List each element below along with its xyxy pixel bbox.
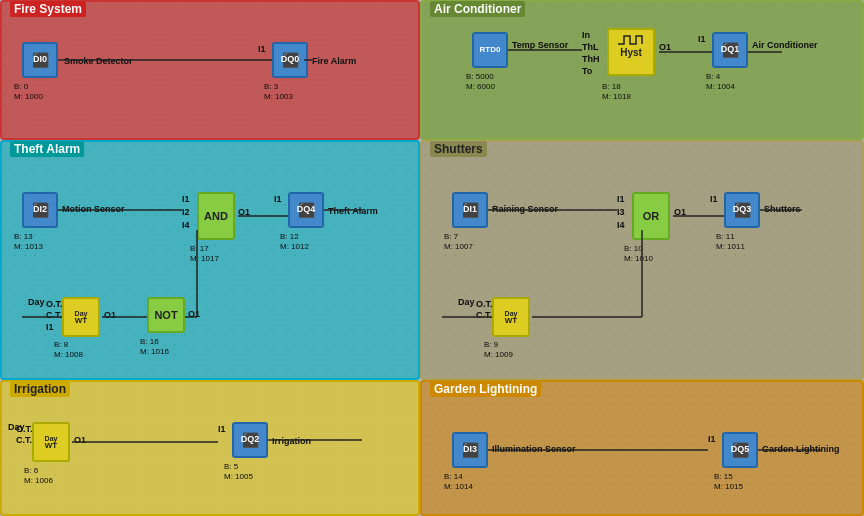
wt2-ct: C.T. bbox=[476, 310, 492, 320]
or-o1: O1 bbox=[674, 207, 686, 217]
hyst-icon bbox=[616, 32, 646, 48]
di3-block[interactable]: ⬛ DI3 bbox=[452, 432, 488, 468]
wt3-o1: O1 bbox=[74, 435, 86, 445]
di0-label: DI0 bbox=[33, 55, 47, 65]
air-conditioner-label: Air Conditioner bbox=[752, 40, 818, 50]
di0-info: B: 0M: 1000 bbox=[14, 82, 43, 103]
hyst-o1-label: O1 bbox=[659, 42, 671, 52]
fire-alarm-label: Fire Alarm bbox=[312, 56, 356, 66]
di1-label: DI1 bbox=[463, 205, 477, 215]
hyst-label: Hyst bbox=[620, 47, 642, 58]
hyst-block[interactable]: Hyst bbox=[607, 28, 655, 76]
wt1-o1: O1 bbox=[104, 310, 116, 320]
wt1-day: Day bbox=[28, 297, 45, 307]
and-block[interactable]: AND bbox=[197, 192, 235, 240]
and-o1: O1 bbox=[238, 207, 250, 217]
theft-title: Theft Alarm bbox=[10, 141, 84, 157]
or-i1: I1 bbox=[617, 194, 625, 204]
wt2-label: Day WT bbox=[505, 310, 518, 325]
dq4-i1: I1 bbox=[274, 194, 282, 204]
shutters-panel: Shutters ⬛ DI1 B: 7M: 1007 Raining Senso… bbox=[420, 140, 864, 380]
irrigation-panel: Irrigation Day WT B: 6M: 1006 O.T. C.T. … bbox=[0, 380, 420, 516]
and-label: AND bbox=[204, 210, 228, 222]
dq2-i1: I1 bbox=[218, 424, 226, 434]
not-block[interactable]: NOT bbox=[147, 297, 185, 333]
or-block[interactable]: OR bbox=[632, 192, 670, 240]
smoke-detector-label: Smoke Detector bbox=[64, 56, 133, 66]
dq1-block[interactable]: ⬛ DQ1 bbox=[712, 32, 748, 68]
or-i4: I4 bbox=[617, 220, 625, 230]
temp-sensor-label: Temp Sensor bbox=[512, 40, 568, 50]
di1-block[interactable]: ⬛ DI1 bbox=[452, 192, 488, 228]
dq0-block[interactable]: ⬛ DQ0 bbox=[272, 42, 308, 78]
not-o1: O1 bbox=[188, 309, 200, 319]
shutters-label: Shutters bbox=[764, 204, 801, 214]
wt2-block[interactable]: Day WT bbox=[492, 297, 530, 337]
dq4-info: B: 12M: 1012 bbox=[280, 232, 309, 253]
wt2-info: B: 9M: 1009 bbox=[484, 340, 513, 361]
hyst-to-label: To bbox=[582, 66, 592, 76]
dq2-block[interactable]: ⬛ DQ2 bbox=[232, 422, 268, 458]
dq1-i1-label: I1 bbox=[698, 34, 706, 44]
wt1-i1: I1 bbox=[46, 322, 54, 332]
shutters-title: Shutters bbox=[430, 141, 487, 157]
di2-info: B: 13M: 1013 bbox=[14, 232, 43, 253]
garden-lightining-label: Garden Lightining bbox=[762, 444, 840, 454]
dq2-label: DQ2 bbox=[241, 435, 260, 445]
dq4-label: DQ4 bbox=[297, 205, 316, 215]
dq1-label: DQ1 bbox=[721, 45, 740, 55]
dq5-i1: I1 bbox=[708, 434, 716, 444]
hyst-info: B: 18M: 1018 bbox=[602, 82, 631, 103]
or-info: B: 10M: 1010 bbox=[624, 244, 653, 265]
not-info: B: 16M: 1016 bbox=[140, 337, 169, 358]
garden-panel: Garden Lightining ⬛ DI3 B: 14M: 1014 Ill… bbox=[420, 380, 864, 516]
hyst-in-label: In bbox=[582, 30, 590, 40]
and-i2: I2 bbox=[182, 207, 190, 217]
wt1-block[interactable]: Day WT bbox=[62, 297, 100, 337]
irrigation-title: Irrigation bbox=[10, 381, 70, 397]
dq5-info: B: 15M: 1015 bbox=[714, 472, 743, 493]
ac-panel: Air Conditioner RTD0 B: 5000M: 6000 Temp… bbox=[420, 0, 864, 140]
di2-block[interactable]: ⬛ DI2 bbox=[22, 192, 58, 228]
or-label: OR bbox=[643, 210, 660, 222]
dq1-info: B: 4M: 1004 bbox=[706, 72, 735, 93]
rtd0-label: RTD0 bbox=[480, 46, 501, 55]
wt1-info: B: 8M: 1008 bbox=[54, 340, 83, 361]
dq3-block[interactable]: ⬛ DQ3 bbox=[724, 192, 760, 228]
theft-alarm-label: Theft Alarm bbox=[328, 206, 378, 216]
dq2-info: B: 5M: 1005 bbox=[224, 462, 253, 483]
ac-title: Air Conditioner bbox=[430, 1, 525, 17]
and-info: B: 17M: 1017 bbox=[190, 244, 219, 265]
rtd0-info: B: 5000M: 6000 bbox=[466, 72, 495, 93]
wt3-block[interactable]: Day WT bbox=[32, 422, 70, 462]
garden-title: Garden Lightining bbox=[430, 381, 541, 397]
dq4-block[interactable]: ⬛ DQ4 bbox=[288, 192, 324, 228]
wt1-ct: C.T. bbox=[46, 310, 62, 320]
irrigation-label: Irrigation bbox=[272, 436, 311, 446]
wt3-info: B: 6M: 1006 bbox=[24, 466, 53, 487]
dq0-label: DQ0 bbox=[281, 55, 300, 65]
wt2-ot: O.T. bbox=[476, 299, 493, 309]
not-label: NOT bbox=[154, 309, 177, 321]
di1-info: B: 7M: 1007 bbox=[444, 232, 473, 253]
di3-label: DI3 bbox=[463, 445, 477, 455]
motion-sensor-label: Motion Sensor bbox=[62, 204, 125, 214]
theft-panel: Theft Alarm ⬛ DI2 B: 13M: 1013 Motion Se… bbox=[0, 140, 420, 380]
fire-system-panel: Fire System ⬛ DI0 B: 0M: 1000 Smoke Dete… bbox=[0, 0, 420, 140]
di0-block[interactable]: ⬛ DI0 bbox=[22, 42, 58, 78]
fire-system-title: Fire System bbox=[10, 1, 86, 17]
wt1-ot: O.T. bbox=[46, 299, 63, 309]
dq5-block[interactable]: ⬛ DQ5 bbox=[722, 432, 758, 468]
dq5-label: DQ5 bbox=[731, 445, 750, 455]
raining-sensor-label: Raining Sensor bbox=[492, 204, 558, 214]
and-i4: I4 bbox=[182, 220, 190, 230]
dq3-label: DQ3 bbox=[733, 205, 752, 215]
rtd0-block[interactable]: RTD0 bbox=[472, 32, 508, 68]
illumination-sensor-label: Illumination Sensor bbox=[492, 444, 576, 454]
or-i3: I3 bbox=[617, 207, 625, 217]
wt3-label: Day WT bbox=[45, 435, 58, 450]
fire-i1-label: I1 bbox=[258, 44, 266, 54]
di3-info: B: 14M: 1014 bbox=[444, 472, 473, 493]
hyst-thl-label: ThL bbox=[582, 42, 599, 52]
wt3-ct: C.T. bbox=[16, 435, 32, 445]
